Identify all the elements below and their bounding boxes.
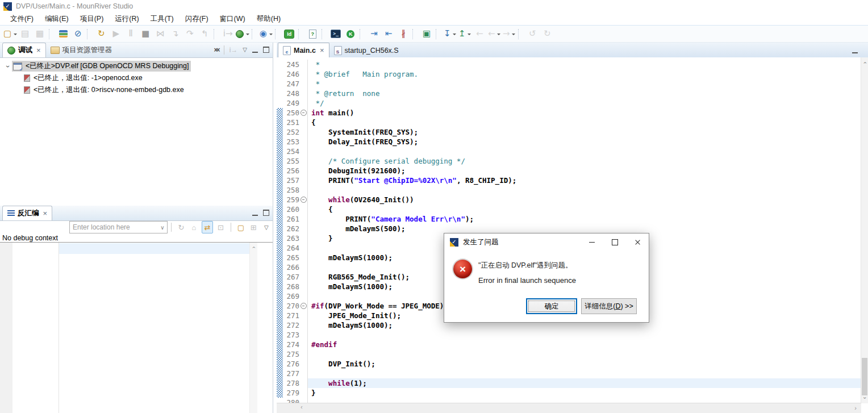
code-line[interactable]: 274#endif [277,340,861,349]
code-line[interactable]: 279} [277,388,861,398]
line-number[interactable]: 265 [283,253,299,262]
code-line[interactable]: 246 * @brief Main program. [277,69,861,79]
scroll-right-icon[interactable]: › [854,404,857,411]
download-flash-button[interactable]: ↧ [443,27,457,41]
tree-expand-chevron-icon[interactable]: › [4,62,12,70]
code-line[interactable]: 253 Delay_Init(FREQ_SYS); [277,137,861,147]
scroll-down-icon[interactable]: › [862,395,868,402]
line-number[interactable]: 274 [283,340,299,349]
line-number[interactable]: 272 [283,321,299,329]
line-number[interactable]: 247 [283,80,299,88]
line-number[interactable]: 276 [283,360,299,368]
dialog-titlebar[interactable]: ✓ 发生了问题 [444,233,649,251]
fold-margin[interactable] [299,118,307,127]
view-menu-icon[interactable]: ▽ [243,47,247,53]
fold-margin[interactable] [299,108,307,118]
code-line[interactable]: 248 * @return none [277,89,861,98]
new-wizard-button[interactable]: ▢ [3,27,17,41]
line-number[interactable]: 279 [283,389,299,397]
line-number[interactable]: 269 [283,292,299,301]
fold-margin[interactable] [299,388,307,398]
code-line[interactable]: 251{ [277,118,861,127]
code-line[interactable]: 273 [277,330,861,340]
debug-tree-row-1[interactable]: <已终止，退出值: -1>openocd.exe [0,72,273,84]
code-line[interactable]: 256 DebugInit(921600); [277,166,861,176]
debug-tree-row-0[interactable]: ›<已终止>DVP.elf [GDB OpenOCD MRS Debugging… [0,60,273,72]
minimize-view-button[interactable] [252,47,258,53]
scroll-left-icon[interactable]: › [301,404,303,411]
fold-margin[interactable] [299,253,307,262]
fold-margin[interactable] [299,79,307,89]
code-line[interactable]: 252 SystemInit(FREQ_SYS); [277,127,861,137]
line-number[interactable]: 257 [283,176,299,185]
line-number[interactable]: 245 [283,60,299,69]
fold-margin[interactable] [299,311,307,320]
close-icon[interactable]: × [320,47,324,54]
line-number[interactable]: 255 [283,157,299,165]
fold-margin[interactable] [299,156,307,166]
code-editor[interactable]: 245 *246 * @brief Main program.247 *248 … [277,57,861,403]
scroll-up-icon[interactable]: › [862,60,868,66]
verify-flash-dropdown-icon[interactable] [468,34,471,37]
verify-flash-button[interactable]: ↥ [458,27,471,41]
fold-margin[interactable] [299,89,307,98]
location-combo[interactable]: Enter location here ∨ [69,221,168,233]
fold-margin[interactable] [299,340,307,349]
help-doc-button[interactable]: ? [306,27,319,41]
line-number[interactable]: 260 [283,205,299,214]
fold-margin[interactable] [299,60,307,69]
minimize-editor-button[interactable] [852,47,858,53]
fold-collapse-icon[interactable] [301,110,307,116]
tab-project-explorer[interactable]: 项目资源管理器 [46,43,117,57]
fold-margin[interactable] [299,272,307,282]
view-menu-icon[interactable]: ▽ [261,222,272,233]
code-line[interactable]: 257 PRINT("Start @ChipID=%02X\r\n", R8_C… [277,176,861,185]
debug-tree-row-2[interactable]: <已终止，退出值: 0>riscv-none-embed-gdb.exe [0,84,273,96]
line-number[interactable]: 267 [283,273,299,281]
line-number[interactable]: 271 [283,311,299,320]
code-line[interactable]: 260 { [277,205,861,214]
shift-right-button[interactable]: ⇥ [367,27,381,41]
debug-button[interactable] [236,27,249,41]
fold-collapse-icon[interactable] [301,303,307,309]
dialog-maximize-button[interactable] [603,233,626,251]
build-all-button[interactable] [56,27,70,41]
code-line[interactable]: 250int main() [277,108,861,118]
maximize-view-button[interactable] [263,210,269,216]
location-input[interactable]: Enter location here [70,223,158,231]
tab-disassembly[interactable]: 反汇编 × [2,206,52,220]
line-number[interactable]: 252 [283,128,299,136]
close-icon[interactable]: × [43,210,48,217]
code-line[interactable]: 245 * [277,60,861,69]
fold-margin[interactable] [299,378,307,388]
menu-item-1[interactable]: 编辑(E) [39,12,74,26]
fold-margin[interactable] [299,233,307,243]
menu-item-6[interactable]: 窗口(W) [214,12,251,26]
editor-vertical-scrollbar[interactable]: › › [861,57,868,403]
shift-left-button[interactable]: ⇤ [382,27,395,41]
line-number[interactable]: 278 [283,379,299,387]
menu-item-3[interactable]: 运行(R) [109,12,144,26]
line-number[interactable]: 264 [283,244,299,252]
code-line[interactable]: 259 while(OV2640_Init()) [277,195,861,205]
menu-item-7[interactable]: 帮助(H) [251,12,286,26]
fold-margin[interactable] [299,205,307,214]
fold-margin[interactable] [299,301,307,311]
code-line[interactable]: 258 [277,185,861,195]
fold-margin[interactable] [299,69,307,79]
code-line[interactable]: 278 while(1); [277,378,861,388]
restart-button[interactable]: ↻ [94,27,108,41]
tab-startup-s[interactable]: S startup_CH56x.S [329,43,403,57]
line-number[interactable]: 270 [283,302,299,310]
forward-dropdown-icon[interactable] [512,34,515,37]
code-line[interactable]: 254 [277,147,861,156]
fold-margin[interactable] [299,291,307,301]
fold-margin[interactable] [299,147,307,156]
maximize-view-button[interactable] [263,47,269,53]
disassembly-scrollbar[interactable]: › [249,243,257,413]
scroll-up-icon[interactable]: › [251,244,257,251]
tree-item[interactable]: <已终止，退出值: 0>riscv-none-embed-gdb.exe [23,85,186,95]
dialog-close-button[interactable] [626,233,649,251]
fold-margin[interactable] [299,320,307,330]
line-number[interactable]: 268 [283,282,299,291]
